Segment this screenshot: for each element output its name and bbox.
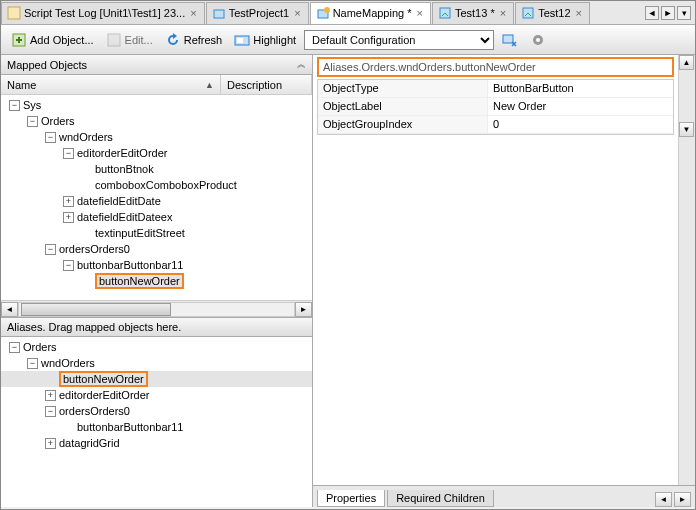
tree-item[interactable]: −ordersOrders0 xyxy=(1,241,312,257)
svg-rect-7 xyxy=(108,34,120,46)
svg-rect-9 xyxy=(237,38,243,43)
editor-tab[interactable]: TestProject1× xyxy=(206,2,309,24)
editor-tab[interactable]: Script Test Log [Unit1\Test1] 23...× xyxy=(1,2,205,24)
tab-required-children[interactable]: Required Children xyxy=(387,490,494,507)
property-row[interactable]: ObjectLabelNew Order xyxy=(318,98,673,116)
btab-prev[interactable]: ◄ xyxy=(655,492,672,507)
gear-icon xyxy=(530,32,546,48)
tree-item[interactable]: −Orders xyxy=(1,339,312,355)
v-scrollbar[interactable]: ▲▼ xyxy=(678,55,695,137)
expand-toggle[interactable]: − xyxy=(45,132,56,143)
property-row[interactable]: ObjectTypeButtonBarButton xyxy=(318,80,673,98)
tab-next[interactable]: ► xyxy=(661,6,675,20)
tab-menu[interactable]: ▾ xyxy=(677,6,691,20)
tree-item[interactable]: −buttonbarButtonbar11 xyxy=(1,257,312,273)
expand-toggle[interactable]: − xyxy=(27,358,38,369)
close-icon[interactable]: × xyxy=(188,7,198,19)
tree-item[interactable]: −wndOrders xyxy=(1,355,312,371)
add-icon xyxy=(11,32,27,48)
property-grid[interactable]: ObjectTypeButtonBarButtonObjectLabelNew … xyxy=(317,79,674,135)
tree-item[interactable]: buttonNewOrder xyxy=(1,371,312,387)
left-panel: Mapped Objects ︽ Name▲ Description −Sys−… xyxy=(1,55,313,507)
svg-rect-0 xyxy=(8,7,20,19)
config-select[interactable]: Default Configuration xyxy=(304,30,494,50)
tree-item[interactable]: −Sys xyxy=(1,97,312,113)
tab-icon xyxy=(521,6,535,20)
tree-item[interactable]: buttonNewOrder xyxy=(1,273,312,289)
svg-rect-1 xyxy=(214,10,224,18)
tree-item[interactable]: +editorderEditOrder xyxy=(1,387,312,403)
tab-prev[interactable]: ◄ xyxy=(645,6,659,20)
edit-icon xyxy=(106,32,122,48)
tab-icon xyxy=(7,6,21,20)
svg-point-12 xyxy=(536,38,540,42)
tab-properties[interactable]: Properties xyxy=(317,490,385,507)
mapped-objects-header[interactable]: Mapped Objects ︽ xyxy=(1,55,312,75)
expand-toggle[interactable]: + xyxy=(45,390,56,401)
collapse-icon[interactable]: ︽ xyxy=(297,58,306,71)
v-scrollbar-2[interactable] xyxy=(678,137,695,485)
expand-toggle[interactable]: + xyxy=(63,196,74,207)
expand-toggle[interactable]: − xyxy=(63,148,74,159)
mapped-tree[interactable]: −Sys−Orders−wndOrders−editorderEditOrder… xyxy=(1,95,312,300)
tree-item[interactable]: textinputEditStreet xyxy=(1,225,312,241)
h-scrollbar[interactable]: ◄► xyxy=(1,300,312,317)
right-panel: Aliases.Orders.wndOrders.buttonNewOrder … xyxy=(313,55,695,507)
expand-toggle[interactable]: − xyxy=(9,100,20,111)
sync-button[interactable] xyxy=(498,30,522,50)
expand-toggle[interactable]: − xyxy=(27,116,38,127)
editor-tabs: Script Test Log [Unit1\Test1] 23...×Test… xyxy=(1,1,695,25)
col-desc[interactable]: Description xyxy=(221,75,312,94)
tree-item[interactable]: +datefieldEditDateex xyxy=(1,209,312,225)
refresh-icon xyxy=(165,32,181,48)
tree-item[interactable]: −editorderEditOrder xyxy=(1,145,312,161)
editor-tab[interactable]: NameMapping *× xyxy=(310,2,431,24)
close-icon[interactable]: × xyxy=(498,7,508,19)
close-icon[interactable]: × xyxy=(574,7,584,19)
expand-toggle[interactable]: − xyxy=(45,244,56,255)
tree-item[interactable]: comboboxComboboxProduct xyxy=(1,177,312,193)
add-object-button[interactable]: Add Object... xyxy=(7,30,98,50)
highlight-icon xyxy=(234,32,250,48)
tree-item[interactable]: buttonBtnok xyxy=(1,161,312,177)
property-row[interactable]: ObjectGroupIndex0 xyxy=(318,116,673,134)
refresh-button[interactable]: Refresh xyxy=(161,30,227,50)
btab-next[interactable]: ► xyxy=(674,492,691,507)
tree-item[interactable]: +datagridGrid xyxy=(1,435,312,451)
expand-toggle[interactable]: − xyxy=(9,342,20,353)
edit-button[interactable]: Edit... xyxy=(102,30,157,50)
aliases-tree[interactable]: −Orders−wndOrdersbuttonNewOrder+editorde… xyxy=(1,337,312,507)
tree-item[interactable]: buttonbarButtonbar11 xyxy=(1,419,312,435)
expand-toggle[interactable]: − xyxy=(45,406,56,417)
tab-icon xyxy=(212,6,226,20)
tree-item[interactable]: +datefieldEditDate xyxy=(1,193,312,209)
settings-button[interactable] xyxy=(526,30,550,50)
expand-toggle[interactable]: − xyxy=(63,260,74,271)
alias-path: Aliases.Orders.wndOrders.buttonNewOrder xyxy=(317,57,674,77)
svg-rect-10 xyxy=(503,35,513,43)
close-icon[interactable]: × xyxy=(415,7,425,19)
aliases-header: Aliases. Drag mapped objects here. xyxy=(1,317,312,337)
tree-item[interactable]: −wndOrders xyxy=(1,129,312,145)
editor-tab[interactable]: Test13 *× xyxy=(432,2,514,24)
tab-icon xyxy=(316,6,330,20)
bottom-tabs: Properties Required Children ◄ ► xyxy=(313,485,695,507)
columns-header: Name▲ Description xyxy=(1,75,312,95)
close-icon[interactable]: × xyxy=(292,7,302,19)
sync-icon xyxy=(502,32,518,48)
tree-item[interactable]: −Orders xyxy=(1,113,312,129)
expand-toggle[interactable]: + xyxy=(63,212,74,223)
highlight-button[interactable]: Highlight xyxy=(230,30,300,50)
expand-toggle[interactable]: + xyxy=(45,438,56,449)
col-name[interactable]: Name▲ xyxy=(1,75,221,94)
tab-nav: ◄ ► ▾ xyxy=(641,6,695,20)
tab-icon xyxy=(438,6,452,20)
toolbar: Add Object... Edit... Refresh Highlight … xyxy=(1,25,695,55)
svg-point-3 xyxy=(324,7,330,13)
editor-tab[interactable]: Test12× xyxy=(515,2,590,24)
tree-item[interactable]: −ordersOrders0 xyxy=(1,403,312,419)
